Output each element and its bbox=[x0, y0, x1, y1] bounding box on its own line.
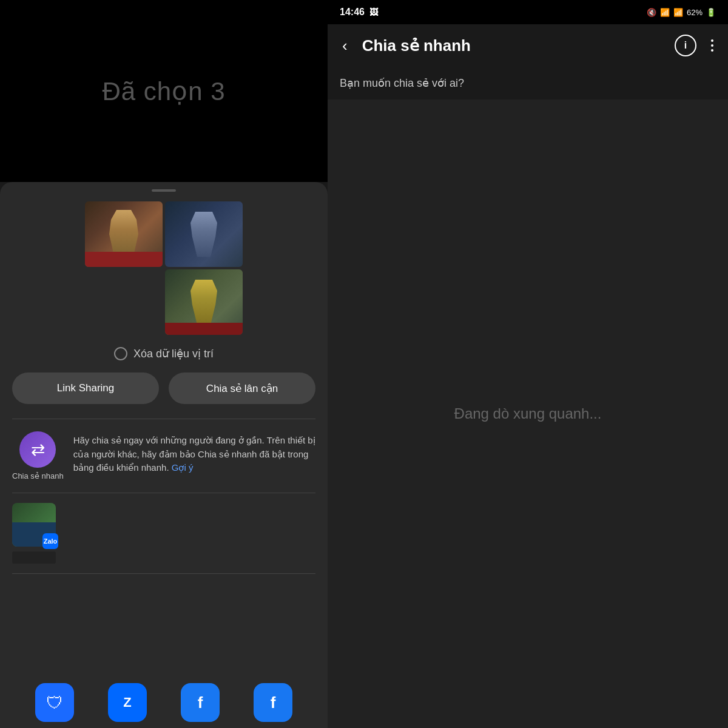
sheet-handle[interactable] bbox=[152, 189, 176, 192]
info-button[interactable]: i bbox=[675, 35, 696, 56]
location-radio[interactable] bbox=[114, 347, 127, 360]
more-options-button[interactable] bbox=[706, 35, 718, 56]
location-row: Xóa dữ liệu vị trí bbox=[12, 347, 315, 360]
facebook-letter-icon-2: f bbox=[271, 693, 276, 712]
quick-share-icon-wrap: ⇄ Chia sẻ nhanh bbox=[12, 431, 64, 480]
status-bar: 14:46 🖼 🔇 📶 📶 62% 🔋 bbox=[328, 0, 728, 24]
quick-share-section: ⇄ Chia sẻ nhanh Hãy chia sẻ ngay với nhữ… bbox=[12, 419, 315, 493]
share-buttons-row: Link Sharing Chia sẻ lân cận bbox=[12, 372, 315, 404]
dot-1 bbox=[711, 39, 713, 42]
zalo-name-bar bbox=[12, 551, 56, 564]
left-top-bg: Đã chọn 3 bbox=[0, 0, 328, 182]
zalo-badge: Zalo bbox=[42, 533, 58, 549]
back-button[interactable]: ‹ bbox=[337, 32, 352, 60]
bottom-icons-row: 🛡 Z f f bbox=[12, 671, 315, 728]
battery-icon: 🔋 bbox=[706, 8, 716, 17]
photo-cell-2 bbox=[165, 201, 243, 267]
shield-icon: 🛡 bbox=[46, 693, 63, 713]
status-image-icon: 🖼 bbox=[369, 7, 378, 17]
dot-2 bbox=[711, 44, 713, 47]
robot-shape-1 bbox=[85, 201, 163, 267]
right-page-title: Chia sẻ nhanh bbox=[362, 36, 665, 55]
dot-3 bbox=[711, 49, 713, 52]
facebook-icon-1[interactable]: f bbox=[181, 683, 220, 722]
status-time: 14:46 🖼 bbox=[340, 7, 378, 18]
left-panel: Đã chọn 3 Xóa dữ liệu vị trí Link Sharin… bbox=[0, 0, 328, 728]
zalo-avatar-wrap[interactable]: Zalo bbox=[12, 503, 56, 547]
signal-icon: 📶 bbox=[673, 8, 683, 17]
status-icons: 🔇 📶 📶 62% 🔋 bbox=[647, 8, 716, 17]
quick-share-icon-label: Chia sẻ nhanh bbox=[12, 471, 64, 480]
link-sharing-button[interactable]: Link Sharing bbox=[12, 372, 159, 404]
scanning-area: Đang dò xung quanh... bbox=[328, 99, 728, 728]
photo-cell-3 bbox=[85, 269, 163, 335]
zalo-section: Zalo bbox=[12, 493, 315, 574]
photo-cell-1 bbox=[85, 201, 163, 267]
wifi-icon: 📶 bbox=[660, 8, 670, 17]
robot-shape-2 bbox=[165, 201, 243, 267]
quick-share-icon[interactable]: ⇄ bbox=[19, 431, 56, 468]
photo-grid bbox=[85, 201, 243, 335]
selected-count-title: Đã chọn 3 bbox=[102, 76, 225, 106]
secure-share-icon[interactable]: 🛡 bbox=[35, 683, 74, 722]
share-with-label: Bạn muốn chia sẻ với ai? bbox=[328, 67, 728, 99]
mute-icon: 🔇 bbox=[647, 8, 656, 17]
scanning-text: Đang dò xung quanh... bbox=[454, 405, 602, 422]
battery-level: 62% bbox=[687, 8, 703, 17]
zalo-icon[interactable]: Z bbox=[108, 683, 147, 722]
quick-share-description: Hãy chia sẻ ngay với những người đang ở … bbox=[73, 431, 315, 475]
right-header: ‹ Chia sẻ nhanh i bbox=[328, 24, 728, 67]
photo-cell-4 bbox=[165, 269, 243, 335]
facebook-letter-icon-1: f bbox=[198, 693, 203, 712]
right-panel: 14:46 🖼 🔇 📶 📶 62% 🔋 ‹ Chia sẻ nhanh i Bạ… bbox=[328, 0, 728, 728]
nearby-share-button[interactable]: Chia sẻ lân cận bbox=[169, 372, 315, 404]
zalo-letter-icon: Z bbox=[123, 695, 131, 710]
facebook-icon-2[interactable]: f bbox=[254, 683, 292, 722]
quick-share-link[interactable]: Gợi ý bbox=[172, 462, 194, 473]
bottom-sheet: Xóa dữ liệu vị trí Link Sharing Chia sẻ … bbox=[0, 182, 328, 728]
robot-shape-4 bbox=[165, 269, 243, 335]
location-label: Xóa dữ liệu vị trí bbox=[133, 347, 214, 360]
share-arrows-icon: ⇄ bbox=[31, 440, 45, 460]
